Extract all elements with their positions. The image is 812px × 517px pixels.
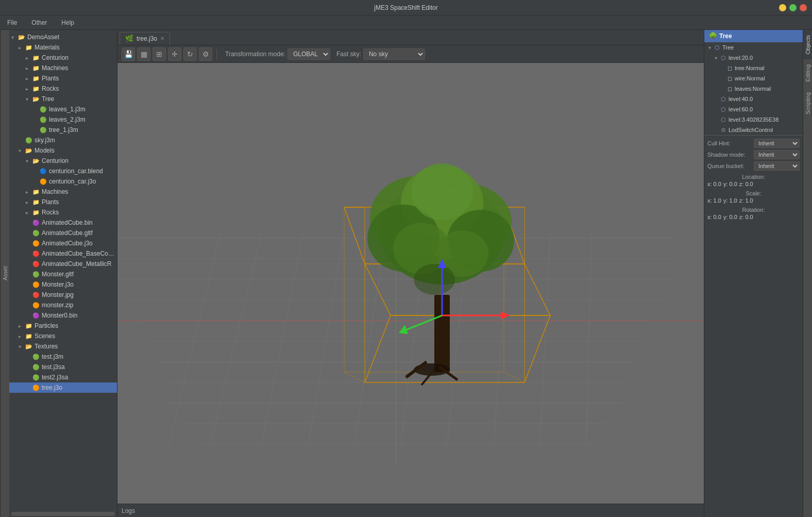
tree-icon-models: 📂 — [25, 146, 33, 155]
transformation-mode-select[interactable]: GLOBAL LOCAL — [287, 48, 330, 60]
tree-arrow-materials: ▸ — [19, 45, 25, 51]
tree-label-machines2: Machines — [42, 188, 68, 195]
tree-item-rocks1[interactable]: ▸📁Rocks — [9, 84, 117, 94]
tree-item-rocks2[interactable]: ▸📁Rocks — [9, 207, 117, 218]
tree-item-monstergltf[interactable]: 🟢Monster.gltf — [9, 269, 117, 279]
asset-tab-label[interactable]: Asset — [0, 30, 9, 517]
scene-node-icon-lodswitchctrl: ⚙ — [720, 126, 727, 134]
fast-sky-select[interactable]: No sky — [363, 48, 425, 60]
tree-label-animcubebin: AnimatedCube.bin — [42, 219, 93, 226]
tree-icon-leaves2j3m: 🟢 — [39, 115, 47, 124]
scene-node-icon-tree-normal: ◻ — [726, 64, 733, 72]
viewport[interactable] — [117, 63, 704, 504]
tree-item-testj3m[interactable]: 🟢test.j3m — [9, 352, 117, 362]
scene-node-level3[interactable]: ⬡level:3.4028235E38 — [704, 114, 803, 125]
tree-item-monsterj3o[interactable]: 🟠Monster.j3o — [9, 279, 117, 290]
tree-item-leaves2j3m[interactable]: 🟢leaves_2.j3m — [9, 114, 117, 125]
tree-item-centurionj3o[interactable]: 🟠centurion_car.j3o — [9, 176, 117, 187]
tree-item-treej3o[interactable]: 🟠tree.j3o — [9, 382, 117, 393]
tree-item-scenes[interactable]: ▸📁Scenes — [9, 331, 117, 341]
viewport-scene — [117, 63, 704, 504]
scale-z: z: 1.0 — [739, 197, 753, 204]
right-content: ▾⬡Tree▾⬡level:20.0◻tree:Normal◻wire:Norm… — [704, 42, 803, 517]
tree-item-centurion1[interactable]: ▸📁Centurion — [9, 53, 117, 63]
queue-bucket-select[interactable]: Inherit — [754, 161, 800, 171]
window-controls — [779, 0, 807, 15]
right-panel: 🌳 Tree ▾⬡Tree▾⬡level:20.0◻tree:Normal◻wi… — [704, 30, 803, 517]
file-tree[interactable]: ▾📂DemoAsset▸📁Materials▸📁Centurion▸📁Machi… — [9, 30, 117, 511]
toolbar-separator-1 — [216, 49, 217, 59]
scene-node-tree-normal[interactable]: ◻tree:Normal — [704, 63, 803, 73]
tree-item-demoas[interactable]: ▾📂DemoAsset — [9, 32, 117, 42]
tree-item-skyj3m[interactable]: 🟢sky.j3m — [9, 135, 117, 145]
tree-item-animcubebasecolor[interactable]: 🔴AnimatedCube_BaseColor — [9, 248, 117, 259]
tree-item-particles[interactable]: ▸📁Particles — [9, 321, 117, 331]
scene-node-tree-root[interactable]: ▾⬡Tree — [704, 42, 803, 53]
tree-item-animcubegltf[interactable]: 🟢AnimatedCube.gltf — [9, 228, 117, 238]
toolbar-grid2-button[interactable]: ⊞ — [153, 47, 166, 61]
tree-label-machines1: Machines — [42, 64, 68, 72]
tree-item-animcubej3o[interactable]: 🟠AnimatedCube.j3o — [9, 238, 117, 248]
menubar: File Other Help — [0, 15, 812, 30]
tree-item-machines2[interactable]: ▸📁Machines — [9, 187, 117, 197]
tree-arrow-centurion1: ▸ — [26, 55, 32, 61]
vert-tab-scripting[interactable]: Scripting — [803, 87, 812, 120]
tree-item-textures[interactable]: ▾📂Textures — [9, 341, 117, 352]
svg-point-50 — [414, 264, 455, 295]
maximize-button[interactable] — [789, 4, 797, 11]
shadow-mode-select[interactable]: Inherit — [754, 150, 800, 159]
vert-tab-objects[interactable]: Objects — [803, 30, 812, 59]
menu-other[interactable]: Other — [28, 18, 50, 27]
toolbar-save-button[interactable]: 💾 — [122, 47, 135, 61]
tree-icon-treej3o: 🟠 — [32, 383, 40, 392]
scene-node-lodswitchctrl[interactable]: ⚙LodSwitchControl — [704, 125, 803, 135]
tree-icon-centurionj3o: 🟠 — [39, 177, 47, 186]
cull-hint-select[interactable]: Inherit — [754, 139, 800, 148]
tree-icon-animcubej3o: 🟠 — [32, 239, 40, 247]
scene-node-wire-normal[interactable]: ◻wire:Normal — [704, 73, 803, 84]
tree-item-centurionblend[interactable]: 🔵centurion_car.blend — [9, 166, 117, 176]
scene-node-leaves-normal[interactable]: ◻leaves:Normal — [704, 84, 803, 94]
scene-node-level40[interactable]: ⬡level:40.0 — [704, 94, 803, 104]
toolbar-grid-button[interactable]: ▦ — [137, 47, 150, 61]
tree-item-models[interactable]: ▾📂Models — [9, 145, 117, 156]
svg-point-47 — [411, 163, 473, 220]
menu-file[interactable]: File — [4, 18, 20, 27]
tab-close-button[interactable]: ✕ — [160, 36, 164, 41]
tree-item-plants2[interactable]: ▸📁Plants — [9, 197, 117, 207]
tree-item-monster0bin[interactable]: 🟣Monster0.bin — [9, 310, 117, 321]
tree-item-animcubebin[interactable]: 🟣AnimatedCube.bin — [9, 218, 117, 228]
scene-node-level60[interactable]: ⬡level:60.0 — [704, 104, 803, 114]
vert-tab-editing[interactable]: Editing — [803, 59, 812, 87]
tree-item-materials[interactable]: ▸📁Materials — [9, 42, 117, 53]
rotation-x: x: 0.0 — [707, 214, 721, 220]
tree-item-plants1[interactable]: ▸📁Plants — [9, 73, 117, 84]
toolbar-rotate-button[interactable]: ↻ — [183, 47, 197, 61]
tree-item-machines1[interactable]: ▸📁Machines — [9, 63, 117, 73]
tree-item-testj3sa[interactable]: 🟢test.j3sa — [9, 362, 117, 372]
tab-tree-j3o[interactable]: 🌿 tree.j3o ✕ — [120, 32, 170, 45]
tree-item-monsterjpg[interactable]: 🔴Monster.jpg — [9, 290, 117, 300]
tree-item-leaves1j3m[interactable]: 🟢leaves_1.j3m — [9, 104, 117, 114]
scene-node-level20[interactable]: ▾⬡level:20.0 — [704, 53, 803, 63]
tree-label-plants2: Plants — [42, 198, 59, 206]
scene-node-icon-wire-normal: ◻ — [726, 75, 733, 82]
tree-item-centurion2[interactable]: ▾📂Centurion — [9, 156, 117, 166]
tree-item-tree1j3m[interactable]: 🟢tree_1.j3m — [9, 125, 117, 135]
tree-icon-tree1j3m: 🟢 — [39, 126, 47, 134]
scene-node-icon-level60: ⬡ — [720, 106, 727, 113]
tree-label-centurionblend: centurion_car.blend — [49, 168, 103, 175]
tree-label-centurion2: Centurion — [42, 157, 69, 164]
tree-item-tree-folder[interactable]: ▾📂Tree — [9, 94, 117, 104]
toolbar-move-button[interactable]: ✛ — [168, 47, 181, 61]
close-button[interactable] — [800, 4, 807, 11]
minimize-button[interactable] — [779, 4, 786, 11]
tree-item-animcubemetallicr[interactable]: 🔴AnimatedCube_MetallicR — [9, 259, 117, 269]
tree-item-monsterzip[interactable]: 🟠monster.zip — [9, 300, 117, 310]
toolbar-settings-button[interactable]: ⚙ — [199, 47, 212, 61]
tree-item-test2j3sa[interactable]: 🟢test2.j3sa — [9, 372, 117, 382]
queue-bucket-label: Queue bucket: — [707, 163, 754, 169]
scene-node-label-level60: level:60.0 — [729, 106, 753, 112]
menu-help[interactable]: Help — [58, 18, 77, 27]
tree-arrow-plants2: ▸ — [26, 199, 32, 205]
